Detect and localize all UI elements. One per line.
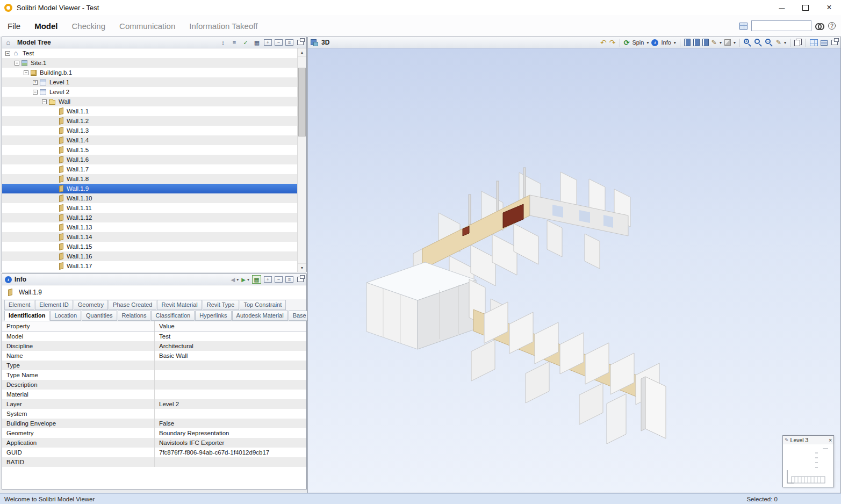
spin-caret-icon[interactable]: ▾ — [646, 40, 649, 45]
tree-scrollbar[interactable]: ▲ ▼ — [297, 48, 306, 272]
markup-caret-icon[interactable]: ▾ — [720, 40, 722, 45]
layout-icon[interactable] — [739, 23, 747, 30]
minimap-panel[interactable]: ✎ Level 3 × — [782, 435, 834, 487]
scroll-down-icon[interactable]: ▼ — [298, 263, 306, 272]
scrollbar-thumb[interactable] — [298, 68, 306, 136]
property-row-name[interactable]: NameBasic Wall — [2, 351, 306, 361]
redo-view-icon[interactable]: ↷ — [609, 39, 616, 46]
projection-icon[interactable] — [724, 39, 731, 46]
minimap-plan[interactable] — [783, 444, 833, 487]
tree-item-wall-1-4[interactable]: Wall.1.4 — [2, 135, 297, 145]
menu-checking[interactable]: Checking — [72, 21, 106, 31]
float-panel-icon[interactable] — [297, 277, 304, 282]
tree-item-wall-1-11[interactable]: Wall.1.11 — [2, 203, 297, 213]
report-icon[interactable] — [252, 275, 261, 284]
copy-image-icon[interactable] — [794, 39, 802, 46]
tree-item-wall-1-10[interactable]: Wall.1.10 — [2, 193, 297, 203]
pane-menu-icon[interactable] — [285, 39, 293, 46]
tree-structure-icon[interactable]: ≡ — [230, 39, 239, 47]
property-row-geometry[interactable]: GeometryBoundary Representation — [2, 428, 306, 438]
check-visibility-icon[interactable]: ✓ — [241, 39, 250, 47]
tab-identification[interactable]: Identification — [4, 311, 49, 321]
history-forward-caret-icon[interactable]: ▾ — [247, 277, 249, 282]
measure-tool-icon[interactable]: ✎ — [776, 39, 781, 46]
zoom-extents-icon[interactable] — [754, 39, 763, 47]
tab-geometry[interactable]: Geometry — [74, 300, 108, 310]
tree-item-wall-1-12[interactable]: Wall.1.12 — [2, 213, 297, 222]
markup-pen-icon[interactable]: ✎ — [711, 39, 717, 46]
close-button[interactable] — [817, 0, 841, 15]
tree-item-wall-1-9[interactable]: Wall.1.9 — [2, 184, 297, 193]
property-row-application[interactable]: ApplicationNavistools IFC Exporter — [2, 438, 306, 448]
enlarge-pane-icon[interactable] — [264, 39, 272, 46]
history-back-caret-icon[interactable]: ▾ — [236, 277, 239, 282]
tab-phase-created[interactable]: Phase Created — [109, 300, 156, 310]
presentations-icon[interactable] — [684, 39, 691, 46]
grid-view-icon[interactable]: ▦ — [253, 39, 261, 47]
tree-item-wall-1-6[interactable]: Wall.1.6 — [2, 155, 297, 164]
tree-item-level-2[interactable]: −Level 2 — [2, 87, 297, 97]
sort-tree-icon[interactable]: ↕ — [219, 39, 227, 47]
tab-autodesk-material[interactable]: Autodesk Material — [232, 311, 288, 321]
info-mode-label[interactable]: Info — [661, 39, 671, 46]
float-panel-icon[interactable] — [831, 40, 838, 45]
tree-item-wall-1-5[interactable]: Wall.1.5 — [2, 145, 297, 155]
tree-item-wall-1-2[interactable]: Wall.1.2 — [2, 116, 297, 126]
shrink-pane-icon[interactable] — [275, 276, 283, 283]
measure-caret-icon[interactable]: ▾ — [784, 40, 786, 45]
property-row-type-name[interactable]: Type Name — [2, 370, 306, 380]
value-column-header[interactable]: Value — [155, 321, 306, 331]
property-row-batid[interactable]: BATID — [2, 457, 306, 467]
property-row-guid[interactable]: GUID7fc876f7-f806-94ab-c67d-1f4012d9cb17 — [2, 448, 306, 457]
projection-caret-icon[interactable]: ▾ — [734, 40, 736, 45]
spin-icon[interactable]: ⟳ — [624, 39, 630, 47]
pane-menu-icon[interactable] — [285, 276, 293, 283]
property-row-building-envelope[interactable]: Building EnvelopeFalse — [2, 419, 306, 428]
3d-canvas[interactable]: ✎ Level 3 × — [308, 48, 840, 493]
enlarge-pane-icon[interactable] — [264, 276, 272, 283]
property-row-description[interactable]: Description — [2, 380, 306, 390]
property-row-type[interactable]: Type — [2, 361, 306, 370]
property-row-material[interactable]: Material — [2, 390, 306, 399]
tab-hyperlinks[interactable]: Hyperlinks — [195, 311, 231, 321]
tree-item-wall-1-16[interactable]: Wall.1.16 — [2, 251, 297, 261]
notes-icon[interactable] — [702, 39, 709, 46]
menu-file[interactable]: File — [8, 21, 20, 31]
info-mode-icon[interactable] — [651, 39, 658, 46]
menu-model[interactable]: Model — [34, 21, 57, 31]
collapse-icon[interactable]: − — [33, 90, 38, 95]
spin-label[interactable]: Spin — [632, 39, 644, 46]
find-icon[interactable] — [815, 23, 824, 29]
tree-item-wall-1-15[interactable]: Wall.1.15 — [2, 242, 297, 251]
tree-item-wall[interactable]: −Wall — [2, 97, 297, 106]
tree-item-building-b-1[interactable]: −Building.b.1 — [2, 68, 297, 77]
tree-item-wall-1-7[interactable]: Wall.1.7 — [2, 164, 297, 174]
tab-revit-material[interactable]: Revit Material — [157, 300, 202, 310]
expand-icon[interactable]: + — [33, 80, 38, 85]
tree-item-level-1[interactable]: +Level 1 — [2, 77, 297, 87]
zoom-in-icon[interactable] — [744, 39, 752, 47]
collapse-icon[interactable]: − — [24, 70, 28, 75]
tree-item-wall-1-14[interactable]: Wall.1.14 — [2, 232, 297, 242]
layers-icon[interactable] — [821, 40, 828, 46]
undo-view-icon[interactable]: ↶ — [600, 39, 607, 46]
minimap-close-icon[interactable]: × — [829, 437, 832, 443]
history-back-icon[interactable]: ◀ — [231, 277, 235, 283]
tree-item-site-1[interactable]: −Site.1 — [2, 58, 297, 68]
float-panel-icon[interactable] — [297, 40, 304, 45]
viewpoints-icon[interactable] — [693, 39, 700, 46]
tree-item-wall-1-17[interactable]: Wall.1.17 — [2, 261, 297, 271]
tab-element-id[interactable]: Element ID — [35, 300, 73, 310]
tree-item-wall-1-1[interactable]: Wall.1.1 — [2, 106, 297, 116]
collapse-icon[interactable]: − — [42, 99, 47, 104]
menu-communication[interactable]: Communication — [119, 21, 175, 31]
property-row-discipline[interactable]: DisciplineArchitectural — [2, 341, 306, 351]
collapse-icon[interactable]: − — [15, 61, 19, 66]
property-column-header[interactable]: Property — [2, 321, 155, 331]
minimize-button[interactable] — [770, 0, 794, 15]
tab-location[interactable]: Location — [50, 311, 81, 321]
history-forward-icon[interactable]: ▶ — [241, 277, 246, 283]
maximize-button[interactable] — [794, 0, 817, 15]
tab-classification[interactable]: Classification — [151, 311, 195, 321]
tree-item-wall-1-8[interactable]: Wall.1.8 — [2, 174, 297, 184]
